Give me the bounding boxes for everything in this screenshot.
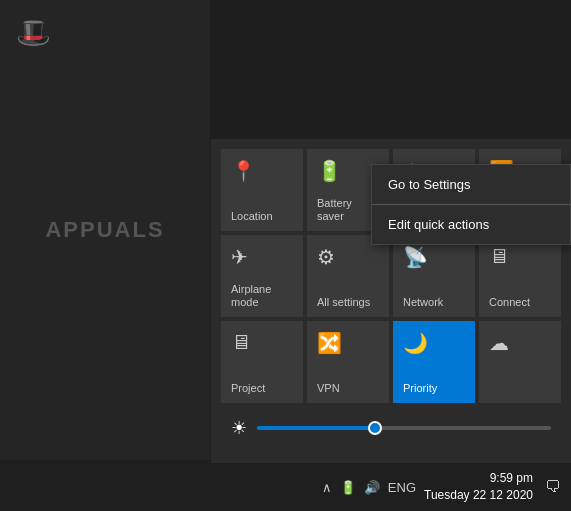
tile-priority-label: Priority	[403, 382, 467, 395]
tile-airplane-mode[interactable]: ✈ Airplane mode	[221, 235, 303, 317]
taskbar-system-icons: ∧ 🔋 🔊 ENG	[322, 480, 416, 495]
settings-icon: ⚙	[317, 245, 381, 269]
tile-project-label: Project	[231, 382, 295, 395]
project-icon: 🖥	[231, 331, 295, 354]
tile-connect[interactable]: 🖥 Connect	[479, 235, 561, 317]
context-menu-item-edit[interactable]: Edit quick actions	[372, 205, 570, 244]
tile-network[interactable]: 📡 Network	[393, 235, 475, 317]
moon-icon: 🌙	[403, 331, 467, 355]
battery-status-icon: 🔋	[340, 480, 356, 495]
appuals-watermark: APPUALS	[45, 217, 164, 243]
chevron-up-icon[interactable]: ∧	[322, 480, 332, 495]
vpn-icon: 🔀	[317, 331, 381, 355]
tile-airplane-label: Airplane mode	[231, 283, 295, 309]
background-panel: APPUALS 🎩	[0, 0, 210, 460]
tile-network-label: Network	[403, 296, 467, 309]
taskbar: ∧ 🔋 🔊 ENG 9:59 pm Tuesday 22 12 2020 🗨	[0, 463, 571, 511]
tile-cloud[interactable]: ☁	[479, 321, 561, 403]
location-icon: 📍	[231, 159, 295, 183]
context-menu: Go to Settings Edit quick actions	[371, 164, 571, 245]
connect-icon: 🖥	[489, 245, 553, 268]
volume-icon[interactable]: 🔊	[364, 480, 380, 495]
tile-priority[interactable]: 🌙 Priority	[393, 321, 475, 403]
tile-settings-label: All settings	[317, 296, 381, 309]
tile-project[interactable]: 🖥 Project	[221, 321, 303, 403]
notification-center-icon[interactable]: 🗨	[545, 478, 561, 496]
tile-connect-label: Connect	[489, 296, 553, 309]
cloud-icon: ☁	[489, 331, 553, 355]
network-icon: 📡	[403, 245, 467, 269]
brightness-slider-thumb[interactable]	[368, 421, 382, 435]
tile-vpn[interactable]: 🔀 VPN	[307, 321, 389, 403]
tile-all-settings[interactable]: ⚙ All settings	[307, 235, 389, 317]
appuals-logo-icon: 🎩	[16, 16, 51, 49]
context-menu-item-settings[interactable]: Go to Settings	[372, 165, 570, 204]
tile-vpn-label: VPN	[317, 382, 381, 395]
tile-location[interactable]: 📍 Location	[221, 149, 303, 231]
taskbar-date-display: Tuesday 22 12 2020	[424, 487, 533, 504]
brightness-slider-track[interactable]	[257, 426, 551, 430]
taskbar-time-display: 9:59 pm	[490, 470, 533, 487]
brightness-slider-fill	[257, 426, 375, 430]
taskbar-clock[interactable]: 9:59 pm Tuesday 22 12 2020	[424, 470, 533, 504]
airplane-icon: ✈	[231, 245, 295, 269]
brightness-icon: ☀	[231, 417, 247, 439]
language-indicator[interactable]: ENG	[388, 480, 416, 495]
tile-location-label: Location	[231, 210, 295, 223]
brightness-row: ☀	[221, 403, 561, 453]
